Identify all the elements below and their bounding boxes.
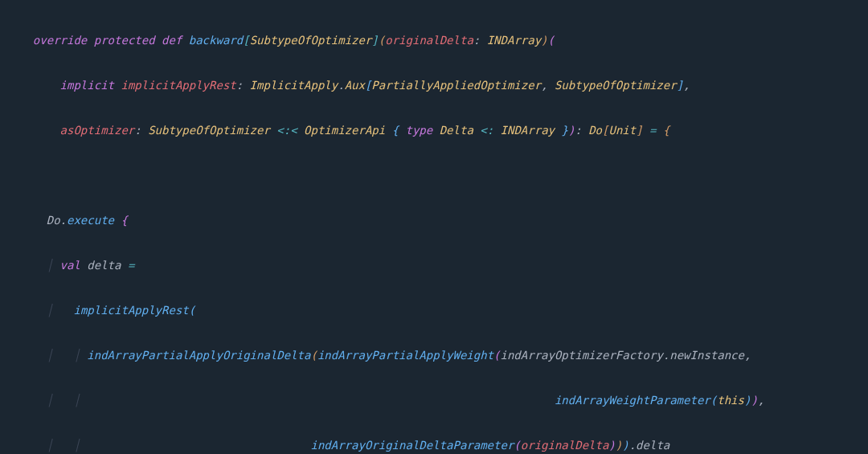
keyword-val: val — [60, 259, 80, 272]
type: Unit — [608, 124, 636, 137]
brace-open: { — [121, 214, 127, 227]
paren-open: ( — [310, 349, 317, 362]
bracket-open: [ — [243, 34, 249, 47]
type: Delta — [440, 124, 473, 137]
code-line: asOptimizer: SubtypeOfOptimizer <:< Opti… — [19, 119, 868, 141]
method-call: indArrayPartialApplyWeight — [317, 349, 493, 362]
bracket-close: ] — [371, 34, 378, 47]
code-line: │ val delta = — [19, 254, 868, 276]
colon: : — [236, 79, 250, 92]
code-line: implicit implicitApplyRest: ImplicitAppl… — [19, 74, 868, 96]
brace-open: { — [392, 124, 399, 137]
type: SubtypeOfOptimizer — [555, 79, 677, 92]
type: Aux — [345, 79, 365, 92]
method-call: execute — [67, 214, 114, 227]
comma: , — [683, 79, 690, 92]
equals: = — [128, 259, 134, 272]
equals: = — [649, 124, 656, 137]
colon: : — [473, 34, 487, 47]
paren-open: ( — [710, 394, 717, 407]
type: INDArray — [501, 124, 555, 137]
param-name: originalDelta — [385, 34, 473, 47]
type-param: SubtypeOfOptimizer — [250, 34, 372, 47]
code-line: override protected def backward[SubtypeO… — [19, 29, 868, 51]
indent-guide: │ — [47, 259, 53, 272]
code-line: │ │ indArrayWeightParameter(this)), — [19, 389, 868, 411]
brace-close: } — [561, 124, 567, 137]
paren-open: ( — [189, 304, 195, 317]
indent-guide: │ — [73, 349, 80, 362]
type: PartiallyAppliedOptimizer — [371, 79, 541, 92]
bracket-close: ] — [677, 79, 683, 92]
colon: : — [134, 124, 148, 137]
indent-guide: │ — [73, 394, 80, 407]
property: delta — [636, 439, 669, 452]
type: OptimizerApi — [304, 124, 385, 137]
paren-open: ( — [548, 34, 555, 47]
comma: , — [758, 394, 764, 407]
type: ImplicitApply — [250, 79, 338, 92]
paren-close: ) — [608, 439, 615, 452]
code-line: │ │ indArrayPartialApplyOriginalDelta(in… — [19, 344, 868, 366]
method-call: newInstance — [669, 349, 744, 362]
keyword-implicit: implicit — [60, 79, 114, 92]
comma: , — [541, 79, 555, 92]
paren-open: ( — [514, 439, 520, 452]
keyword-protected: protected — [94, 34, 155, 47]
keyword-def: def — [162, 34, 182, 47]
code-line: │ implicitApplyRest( — [19, 299, 868, 321]
paren-open: ( — [379, 34, 385, 47]
dot: . — [60, 214, 67, 227]
comma: , — [744, 349, 751, 362]
brace-open: { — [663, 124, 669, 137]
keyword-this: this — [717, 394, 744, 407]
method-call: indArrayOriginalDeltaParameter — [310, 439, 514, 452]
object-ref: Do — [47, 214, 60, 227]
indent-guide: │ — [47, 349, 53, 362]
code-line: Do.execute { — [19, 209, 868, 231]
colon: : — [575, 124, 588, 137]
dot: . — [338, 79, 344, 92]
indent-guide: │ — [47, 439, 53, 452]
param-name: implicitApplyRest — [121, 79, 235, 92]
dot: . — [629, 439, 636, 452]
indent-guide: │ — [47, 394, 53, 407]
identifier: indArrayOptimizerFactory — [501, 349, 663, 362]
code-editor[interactable]: override protected def backward[SubtypeO… — [0, 6, 868, 454]
paren-open: ( — [493, 349, 500, 362]
code-line: │ │ indArrayOriginalDeltaParameter(origi… — [19, 434, 868, 454]
paren-close: ) — [751, 394, 757, 407]
method-call: indArrayPartialApplyOriginalDelta — [87, 349, 310, 362]
keyword-type: type — [406, 124, 433, 137]
operator: <:< — [276, 124, 297, 137]
indent-guide: │ — [73, 439, 80, 452]
method-call: indArrayWeightParameter — [555, 394, 710, 407]
keyword-override: override — [33, 34, 87, 47]
method-call: implicitApplyRest — [73, 304, 188, 317]
dot: . — [663, 349, 669, 362]
paren-close: ) — [541, 34, 547, 47]
paren-close: ) — [616, 439, 622, 452]
indent-guide: │ — [47, 304, 53, 317]
variable-name: delta — [87, 259, 121, 272]
type: SubtypeOfOptimizer — [148, 124, 270, 137]
code-line-empty — [19, 164, 868, 186]
bracket-close: ] — [636, 124, 642, 137]
param-type: INDArray — [487, 34, 541, 47]
param-name: asOptimizer — [60, 124, 135, 137]
method-name: backward — [189, 34, 243, 47]
variable-ref: originalDelta — [521, 439, 609, 452]
operator: <: — [480, 124, 493, 137]
paren-close: ) — [622, 439, 628, 452]
return-type: Do — [588, 124, 602, 137]
